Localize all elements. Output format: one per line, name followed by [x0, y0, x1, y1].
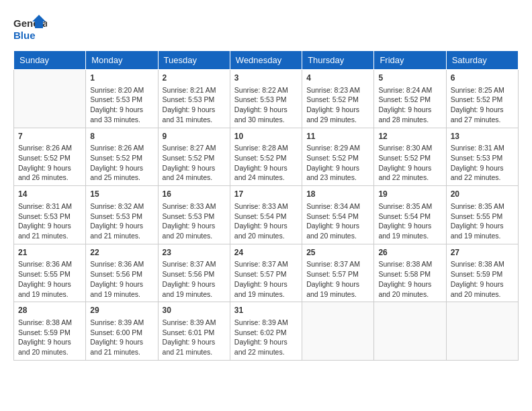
daylight-text: Daylight: 9 hours and 19 minutes. — [90, 279, 153, 299]
logo: GeneralBlue — [13, 13, 47, 44]
calendar-cell: 3Sunrise: 8:22 AMSunset: 5:53 PMDaylight… — [230, 70, 302, 128]
sunrise-text: Sunrise: 8:33 AM — [163, 201, 226, 212]
sunset-text: Sunset: 5:53 PM — [163, 95, 226, 105]
sunrise-text: Sunrise: 8:30 AM — [378, 143, 441, 153]
sunset-text: Sunset: 5:52 PM — [306, 95, 369, 105]
calendar-cell: 20Sunrise: 8:35 AMSunset: 5:55 PMDayligh… — [446, 186, 518, 244]
sunset-text: Sunset: 5:54 PM — [234, 212, 298, 222]
day-number: 19 — [378, 189, 441, 200]
day-number: 28 — [18, 305, 81, 316]
sunrise-text: Sunrise: 8:39 AM — [90, 318, 153, 328]
day-number: 15 — [90, 189, 153, 200]
calendar-cell — [446, 302, 518, 361]
daylight-text: Daylight: 9 hours and 20 minutes. — [451, 279, 514, 299]
daylight-text: Daylight: 9 hours and 26 minutes. — [18, 163, 81, 183]
calendar-cell: 30Sunrise: 8:39 AMSunset: 6:01 PMDayligh… — [158, 302, 230, 361]
daylight-text: Daylight: 9 hours and 23 minutes. — [306, 163, 369, 183]
calendar-cell: 22Sunrise: 8:36 AMSunset: 5:56 PMDayligh… — [86, 244, 158, 302]
sunset-text: Sunset: 5:53 PM — [451, 153, 514, 163]
daylight-text: Daylight: 9 hours and 20 minutes. — [234, 221, 298, 240]
day-number: 4 — [306, 73, 369, 84]
day-number: 7 — [18, 131, 81, 142]
day-number: 20 — [451, 189, 514, 200]
sunrise-text: Sunrise: 8:35 AM — [378, 201, 441, 212]
daylight-text: Daylight: 9 hours and 24 minutes. — [234, 163, 298, 183]
calendar-cell: 26Sunrise: 8:38 AMSunset: 5:58 PMDayligh… — [374, 244, 446, 302]
calendar-cell: 31Sunrise: 8:39 AMSunset: 6:02 PMDayligh… — [230, 302, 302, 361]
sunset-text: Sunset: 5:52 PM — [306, 153, 369, 163]
sunrise-text: Sunrise: 8:39 AM — [163, 318, 226, 328]
daylight-text: Daylight: 9 hours and 19 minutes. — [234, 279, 298, 299]
calendar-table: SundayMondayTuesdayWednesdayThursdayFrid… — [13, 50, 519, 361]
day-number: 31 — [234, 305, 298, 316]
sunrise-text: Sunrise: 8:39 AM — [234, 318, 298, 328]
sunset-text: Sunset: 5:55 PM — [451, 212, 514, 222]
day-number: 12 — [378, 131, 441, 142]
day-of-week-header: Thursday — [302, 51, 374, 70]
sunrise-text: Sunrise: 8:37 AM — [234, 259, 298, 269]
calendar-cell: 18Sunrise: 8:34 AMSunset: 5:54 PMDayligh… — [302, 186, 374, 244]
day-number: 5 — [378, 73, 441, 84]
day-of-week-header: Wednesday — [230, 51, 302, 70]
day-number: 13 — [451, 131, 514, 142]
calendar-cell: 14Sunrise: 8:31 AMSunset: 5:53 PMDayligh… — [14, 186, 86, 244]
sunset-text: Sunset: 5:52 PM — [234, 153, 298, 163]
day-number: 8 — [90, 131, 153, 142]
daylight-text: Daylight: 9 hours and 19 minutes. — [163, 279, 226, 299]
calendar-cell: 4Sunrise: 8:23 AMSunset: 5:52 PMDaylight… — [302, 70, 374, 128]
sunset-text: Sunset: 5:52 PM — [163, 153, 226, 163]
sunset-text: Sunset: 5:53 PM — [90, 95, 153, 105]
calendar-cell: 24Sunrise: 8:37 AMSunset: 5:57 PMDayligh… — [230, 244, 302, 302]
day-number: 17 — [234, 189, 298, 200]
sunrise-text: Sunrise: 8:20 AM — [90, 85, 153, 95]
day-number: 10 — [234, 131, 298, 142]
daylight-text: Daylight: 9 hours and 24 minutes. — [163, 163, 226, 183]
page-header: GeneralBlue — [13, 13, 519, 44]
day-number: 2 — [163, 73, 226, 84]
daylight-text: Daylight: 9 hours and 31 minutes. — [163, 105, 226, 124]
sunrise-text: Sunrise: 8:33 AM — [234, 201, 298, 212]
svg-text:Blue: Blue — [13, 30, 36, 41]
sunrise-text: Sunrise: 8:27 AM — [163, 143, 226, 153]
day-of-week-header: Saturday — [446, 51, 518, 70]
day-number: 23 — [163, 247, 226, 259]
day-number: 6 — [451, 73, 514, 84]
sunrise-text: Sunrise: 8:31 AM — [18, 201, 81, 212]
sunrise-text: Sunrise: 8:36 AM — [90, 259, 153, 269]
calendar-cell: 21Sunrise: 8:36 AMSunset: 5:55 PMDayligh… — [14, 244, 86, 302]
day-of-week-header: Tuesday — [158, 51, 230, 70]
sunset-text: Sunset: 5:55 PM — [18, 269, 81, 279]
sunset-text: Sunset: 5:53 PM — [90, 212, 153, 222]
sunset-text: Sunset: 5:54 PM — [306, 212, 369, 222]
daylight-text: Daylight: 9 hours and 22 minutes. — [378, 163, 441, 183]
daylight-text: Daylight: 9 hours and 19 minutes. — [306, 279, 369, 299]
calendar-cell: 9Sunrise: 8:27 AMSunset: 5:52 PMDaylight… — [158, 128, 230, 186]
calendar-cell: 16Sunrise: 8:33 AMSunset: 5:53 PMDayligh… — [158, 186, 230, 244]
daylight-text: Daylight: 9 hours and 20 minutes. — [378, 279, 441, 299]
calendar-cell: 1Sunrise: 8:20 AMSunset: 5:53 PMDaylight… — [86, 70, 158, 128]
calendar-cell: 27Sunrise: 8:38 AMSunset: 5:59 PMDayligh… — [446, 244, 518, 302]
daylight-text: Daylight: 9 hours and 27 minutes. — [451, 105, 514, 124]
calendar-cell — [14, 70, 86, 128]
calendar-cell: 2Sunrise: 8:21 AMSunset: 5:53 PMDaylight… — [158, 70, 230, 128]
sunrise-text: Sunrise: 8:23 AM — [306, 85, 369, 95]
sunset-text: Sunset: 5:58 PM — [378, 269, 441, 279]
day-number: 27 — [451, 247, 514, 259]
sunset-text: Sunset: 5:52 PM — [378, 153, 441, 163]
logo-svg: GeneralBlue — [13, 13, 47, 44]
sunset-text: Sunset: 5:53 PM — [18, 212, 81, 222]
daylight-text: Daylight: 9 hours and 19 minutes. — [451, 221, 514, 240]
day-number: 22 — [90, 247, 153, 259]
calendar-week-row: 21Sunrise: 8:36 AMSunset: 5:55 PMDayligh… — [14, 244, 519, 302]
daylight-text: Daylight: 9 hours and 29 minutes. — [306, 105, 369, 124]
sunset-text: Sunset: 5:57 PM — [234, 269, 298, 279]
calendar-cell: 25Sunrise: 8:37 AMSunset: 5:57 PMDayligh… — [302, 244, 374, 302]
day-number: 1 — [90, 73, 153, 84]
sunrise-text: Sunrise: 8:24 AM — [378, 85, 441, 95]
calendar-cell: 15Sunrise: 8:32 AMSunset: 5:53 PMDayligh… — [86, 186, 158, 244]
day-number: 11 — [306, 131, 369, 142]
day-number: 29 — [90, 305, 153, 316]
daylight-text: Daylight: 9 hours and 21 minutes. — [18, 221, 81, 240]
sunrise-text: Sunrise: 8:26 AM — [18, 143, 81, 153]
calendar-week-row: 14Sunrise: 8:31 AMSunset: 5:53 PMDayligh… — [14, 186, 519, 244]
